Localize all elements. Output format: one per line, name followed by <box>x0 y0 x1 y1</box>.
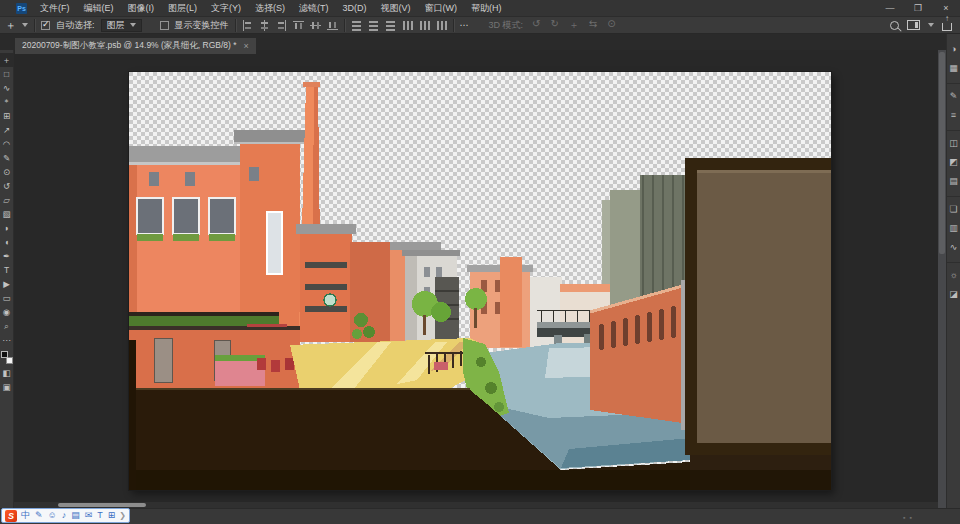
menu-window[interactable]: 窗口(W) <box>418 0 465 16</box>
spot-healing-brush-tool[interactable]: ◠ <box>0 137 14 151</box>
show-transform-label: 显示变换控件 <box>175 19 229 32</box>
patterns-panel-icon[interactable]: ▤ <box>947 172 960 191</box>
overflow-icon[interactable]: ⋯ <box>460 20 469 30</box>
orbit-3d-icon[interactable]: ↺ <box>529 18 543 32</box>
ime-toolbox-button[interactable]: ⊞ <box>108 511 116 520</box>
ime-skin-button[interactable]: T <box>97 511 103 520</box>
menu-type[interactable]: 文字(Y) <box>204 0 248 16</box>
ime-toolbar[interactable]: S 中✎☺♪▤✉T⊞ ❯ <box>1 508 130 523</box>
tab-close-icon[interactable]: × <box>244 42 249 51</box>
menu-view[interactable]: 视图(V) <box>374 0 418 16</box>
menu-filter[interactable]: 滤镜(T) <box>292 0 336 16</box>
dock-icons: ◑▦✎≡◫◩▤❏▥∿☼◪ <box>947 40 960 304</box>
layers-panel-icon[interactable]: ❏ <box>947 196 960 219</box>
hand-tool[interactable]: ◉ <box>0 305 14 319</box>
distribute-top-edges-icon[interactable] <box>351 20 362 31</box>
pen-tool[interactable]: ✒ <box>0 249 14 263</box>
vertical-scrollbar-thumb[interactable] <box>939 52 945 254</box>
menu-image[interactable]: 图像(I) <box>121 0 162 16</box>
ime-voice-button[interactable]: ♪ <box>62 511 67 520</box>
crop-tool[interactable]: ⊞ <box>0 109 14 123</box>
align-right-edges-icon[interactable] <box>276 20 287 31</box>
artwork-terrace <box>129 312 300 390</box>
channels-panel-icon[interactable]: ▥ <box>947 219 960 238</box>
slide-3d-icon[interactable]: ⇆ <box>586 18 600 32</box>
workspace-switcher-icon[interactable] <box>907 20 920 30</box>
brush-settings-panel-icon[interactable]: ≡ <box>947 106 960 125</box>
roll-3d-icon[interactable]: ↻ <box>547 18 561 32</box>
zoom-tool[interactable]: ⌕ <box>0 319 14 333</box>
menu-select[interactable]: 选择(S) <box>248 0 292 16</box>
swatches-panel-icon[interactable]: ▦ <box>947 59 960 78</box>
tool-extras: ◧▣ <box>0 366 14 394</box>
ime-soft-keyboard-button[interactable]: ▤ <box>71 511 80 520</box>
menu-help[interactable]: 帮助(H) <box>464 0 509 16</box>
background-color-swatch[interactable] <box>6 357 13 364</box>
paths-panel-icon[interactable]: ∿ <box>947 238 960 257</box>
scale-3d-icon[interactable]: ⊙ <box>604 18 618 32</box>
horizontal-type-tool[interactable]: T <box>0 263 14 277</box>
more-tools[interactable]: ⋯ <box>0 333 14 347</box>
properties-panel-icon[interactable]: ◪ <box>947 285 960 304</box>
ime-input-mode-button[interactable]: 中 <box>21 511 30 520</box>
menu-edit[interactable]: 编辑(E) <box>77 0 121 16</box>
clone-stamp-tool[interactable]: ⊙ <box>0 165 14 179</box>
ime-expand-icon[interactable]: ❯ <box>119 511 126 520</box>
align-vertical-centers-icon[interactable] <box>310 20 321 31</box>
status-corner-icons[interactable]: ▪▪ <box>903 514 916 521</box>
quick-mask-button[interactable]: ◧ <box>0 366 14 380</box>
ime-handwriting-button[interactable]: ✎ <box>35 511 43 520</box>
menu-file[interactable]: 文件(F) <box>33 0 77 16</box>
eraser-tool[interactable]: ▱ <box>0 193 14 207</box>
align-top-edges-icon[interactable] <box>293 20 304 31</box>
blur-tool[interactable]: ◗ <box>0 221 14 235</box>
learn-panel-icon[interactable]: ☼ <box>947 262 960 285</box>
color-panel-icon[interactable]: ◑ <box>947 40 960 59</box>
color-swatches[interactable] <box>1 351 13 364</box>
document-tab-strip: 20200709-制图小教室.psb @ 14.9% (家具细化, RGB/8)… <box>0 34 938 50</box>
path-selection-tool[interactable]: ▶ <box>0 277 14 291</box>
menu-layer[interactable]: 图层(L) <box>161 0 204 16</box>
sogou-logo-icon[interactable]: S <box>5 510 17 522</box>
auto-select-target-dropdown[interactable]: 图层 <box>101 19 142 32</box>
distribute-right-edges-icon[interactable] <box>436 20 447 31</box>
show-transform-checkbox[interactable] <box>160 21 169 30</box>
share-icon[interactable] <box>942 23 952 31</box>
brushes-panel-icon[interactable]: ✎ <box>947 83 960 106</box>
shape-tool[interactable]: ▭ <box>0 291 14 305</box>
quick-selection-tool[interactable]: ＊ <box>0 95 14 109</box>
menu-3d[interactable]: 3D(D) <box>336 0 374 16</box>
ime-emoji-button[interactable]: ☺ <box>48 511 57 520</box>
document-tab[interactable]: 20200709-制图小教室.psb @ 14.9% (家具细化, RGB/8)… <box>15 38 256 54</box>
libraries-panel-icon[interactable]: ◫ <box>947 130 960 153</box>
restore-button[interactable]: ❐ <box>904 0 932 16</box>
distribute-bottom-edges-icon[interactable] <box>385 20 396 31</box>
lasso-tool[interactable]: ∿ <box>0 81 14 95</box>
ime-clipboard-button[interactable]: ✉ <box>85 511 93 520</box>
dodge-tool[interactable]: ◖ <box>0 235 14 249</box>
move-tool[interactable]: ＋ <box>0 53 14 67</box>
horizontal-scrollbar-thumb[interactable] <box>58 503 146 507</box>
history-brush-tool[interactable]: ↺ <box>0 179 14 193</box>
distribute-horizontal-centers-icon[interactable] <box>419 20 430 31</box>
workspace-caret-icon[interactable] <box>928 23 934 27</box>
distribute-vertical-centers-icon[interactable] <box>368 20 379 31</box>
brush-tool[interactable]: ✎ <box>0 151 14 165</box>
tool-preset-caret-icon[interactable] <box>22 23 28 27</box>
minimize-button[interactable]: — <box>876 0 904 16</box>
align-horizontal-centers-icon[interactable] <box>259 20 270 31</box>
canvas[interactable] <box>129 72 831 490</box>
distribute-left-edges-icon[interactable] <box>402 20 413 31</box>
panel-resize-gutter[interactable] <box>938 50 946 508</box>
align-bottom-edges-icon[interactable] <box>327 20 338 31</box>
search-icon[interactable] <box>890 21 899 30</box>
adjustments-panel-icon[interactable]: ◩ <box>947 153 960 172</box>
align-left-edges-icon[interactable] <box>242 20 253 31</box>
foreground-color-swatch[interactable] <box>1 351 8 358</box>
auto-select-checkbox[interactable] <box>41 21 50 30</box>
eyedropper-tool[interactable]: ↗ <box>0 123 14 137</box>
rectangular-marquee-tool[interactable]: □ <box>0 67 14 81</box>
gradient-tool[interactable]: ▧ <box>0 207 14 221</box>
drag-3d-icon[interactable]: ＋ <box>566 18 582 32</box>
screen-mode-button[interactable]: ▣ <box>0 380 14 394</box>
